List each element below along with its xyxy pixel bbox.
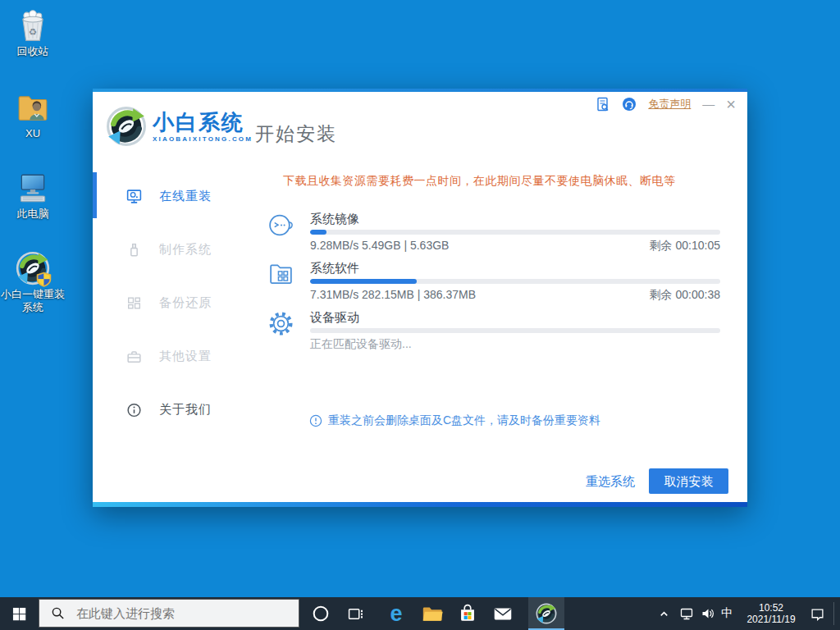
clock[interactable]: 10:52 2021/11/19 [741,597,801,630]
chevron-up-icon [658,608,670,620]
recycle-bin-icon: ♻ [16,8,50,43]
sidebar-item-make-system[interactable]: 制作系统 [126,239,265,260]
cortana-icon [312,605,330,623]
action-center-icon [810,607,824,621]
network-icon [680,607,693,620]
user-folder-icon [16,90,50,125]
task-view-button[interactable] [337,597,373,630]
this-pc-icon [16,171,50,205]
windows-logo-icon [12,607,26,621]
info-icon [126,401,143,418]
backup-warning-text: 重装之前会删除桌面及C盘文件，请及时备份重要资料 [328,413,600,428]
sidebar-item-label: 其他设置 [159,349,212,364]
xiaobai-app-icon [16,251,50,285]
brand-name: 小白系统 [153,111,253,134]
speaker-icon [701,607,714,620]
search-icon [51,606,65,620]
cortana-button[interactable] [304,597,338,630]
desktop: ♻ 回收站 XU 此电脑 小白一键重装系统 [0,0,840,630]
reselect-system-button[interactable]: 重选系统 [582,468,639,494]
sidebar-item-backup-restore[interactable]: 备份还原 [126,292,265,313]
task-remaining: 剩余 00:00:38 [650,288,720,303]
task-status: 正在匹配设备驱动... [310,337,412,352]
progress-bar-device-driver [310,328,720,333]
monitor-reinstall-icon [126,188,143,205]
action-center-button[interactable] [801,597,833,630]
desktop-icon-label: 回收站 [2,45,64,58]
log-document-icon[interactable] [596,97,610,112]
xiaobai-logo-icon [106,106,147,147]
task-stats: 9.28MB/s 5.49GB | 5.63GB [310,239,449,252]
ime-indicator[interactable]: 中 [715,597,738,630]
exclamation-circle-icon [309,414,322,427]
progress-fill [310,279,417,284]
xiaobai-window: 小白系统 XIAOBAIXITONG.COM 开始安装 免责声明 — × [93,89,747,507]
desktop-icon-label: 小白一键重装系统 [0,288,66,314]
gear-icon [267,309,295,338]
close-button[interactable]: × [726,98,736,111]
task-system-image: 系统镜像 9.28MB/s 5.49GB | 5.63GB 剩余 00:10:0… [267,210,720,256]
clock-time: 10:52 [759,602,783,614]
disclaimer-link[interactable]: 免责声明 [648,97,691,112]
microsoft-store-button[interactable] [450,597,486,630]
sidebar-item-label: 制作系统 [159,242,212,258]
window-top-accent [93,89,747,92]
task-name: 系统镜像 [310,212,359,227]
taskbar: e [0,597,840,630]
desktop-icon-this-pc[interactable]: 此电脑 [2,171,64,221]
task-device-driver: 设备驱动 正在匹配设备驱动... [267,308,720,354]
task-name: 设备驱动 [310,310,359,326]
sidebar-item-about-us[interactable]: 关于我们 [126,399,265,420]
file-explorer-button[interactable] [414,597,450,630]
page-title: 开始安装 [255,121,337,147]
customer-service-icon[interactable] [622,97,637,112]
backup-warning: 重装之前会删除桌面及C盘文件，请及时备份重要资料 [309,413,600,428]
download-tip: 下载且收集资源需要耗费一点时间，在此期间尽量不要使电脑休眠、断电等 [283,174,726,189]
sidebar-active-indicator [93,172,97,218]
edge-button[interactable]: e [378,597,414,630]
progress-fill [310,230,326,235]
mail-button[interactable] [485,597,521,630]
task-stats: 7.31MB/s 282.15MB | 386.37MB [310,288,476,301]
task-remaining: 剩余 00:10:05 [650,239,720,253]
face-icon [267,211,295,240]
grid-blocks-icon [126,294,143,312]
edge-icon: e [390,601,402,626]
sidebar-item-label: 备份还原 [159,295,212,311]
start-button[interactable] [0,597,39,630]
progress-bar-system-image [310,230,720,235]
task-name: 系统软件 [310,261,359,276]
sidebar-item-label: 在线重装 [159,189,212,204]
desktop-icon-label: XU [2,127,64,140]
minimize-button[interactable]: — [702,98,714,111]
sidebar-item-other-settings[interactable]: 其他设置 [126,345,265,367]
brand-domain: XIAOBAIXITONG.COM [153,135,253,143]
desktop-icon-label: 此电脑 [2,208,64,221]
show-desktop-divider [833,602,834,625]
search-input[interactable] [75,605,275,621]
uac-shield-icon [36,272,52,287]
taskbar-search-box[interactable] [39,599,299,628]
sidebar-item-online-reinstall[interactable]: 在线重装 [126,185,265,207]
desktop-icon-xiaobai-app[interactable]: 小白一键重装系统 [2,251,64,314]
xiaobai-taskbar-button[interactable] [528,597,564,630]
network-tray-button[interactable] [676,597,697,630]
desktop-icon-recycle-bin[interactable]: ♻ 回收站 [2,8,64,58]
task-view-icon [348,606,363,622]
task-system-software: 系统软件 7.31MB/s 282.15MB | 386.37MB 剩余 00:… [267,259,720,305]
briefcase-icon [126,348,143,365]
file-explorer-icon [421,602,444,625]
mail-icon [491,602,514,625]
svg-text:♻: ♻ [29,27,37,37]
ime-label: 中 [721,606,733,621]
tray-overflow-button[interactable] [653,597,674,630]
microsoft-store-icon [456,602,479,625]
sidebar-item-label: 关于我们 [159,402,212,418]
xiaobai-taskbar-icon [536,603,557,624]
cancel-install-button[interactable]: 取消安装 [649,468,728,494]
usb-drive-icon [126,241,143,258]
window-bottom-accent [93,502,747,507]
app-logo: 小白系统 XIAOBAIXITONG.COM [106,106,253,147]
desktop-icon-user-folder[interactable]: XU [2,90,64,140]
software-folder-icon [267,260,295,289]
